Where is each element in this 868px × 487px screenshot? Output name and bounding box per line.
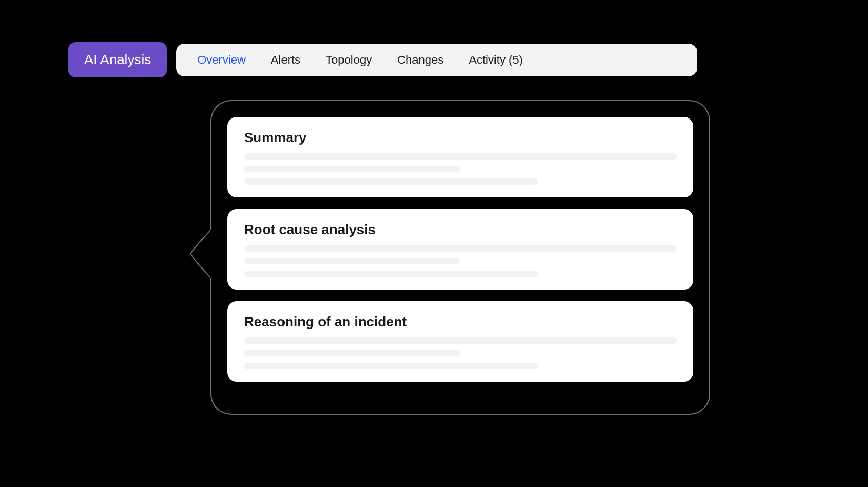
skeleton-line <box>244 166 460 172</box>
skeleton-line <box>244 350 460 356</box>
tab-overview[interactable]: Overview <box>197 53 246 67</box>
reasoning-card: Reasoning of an incident <box>227 301 693 382</box>
skeleton-line <box>244 178 538 185</box>
tab-activity[interactable]: Activity (5) <box>469 53 523 67</box>
header-row: AI Analysis Overview Alerts Topology Cha… <box>68 42 697 77</box>
speech-bubble-tail-icon <box>189 229 211 279</box>
skeleton-line <box>244 258 460 264</box>
summary-card: Summary <box>227 117 693 197</box>
analysis-panel: Summary Root cause analysis Reasoning of… <box>210 100 710 415</box>
skeleton-line <box>244 153 677 160</box>
tab-bar: Overview Alerts Topology Changes Activit… <box>176 44 697 76</box>
summary-title: Summary <box>244 130 677 146</box>
reasoning-title: Reasoning of an incident <box>244 314 677 330</box>
tab-topology[interactable]: Topology <box>326 53 372 67</box>
skeleton-line <box>244 271 538 277</box>
skeleton-line <box>244 337 677 344</box>
root-cause-title: Root cause analysis <box>244 222 677 238</box>
skeleton-line <box>244 245 677 252</box>
ai-analysis-badge: AI Analysis <box>68 42 167 77</box>
skeleton-line <box>244 363 538 369</box>
root-cause-card: Root cause analysis <box>227 209 693 290</box>
tab-alerts[interactable]: Alerts <box>271 53 300 67</box>
tab-changes[interactable]: Changes <box>397 53 443 67</box>
